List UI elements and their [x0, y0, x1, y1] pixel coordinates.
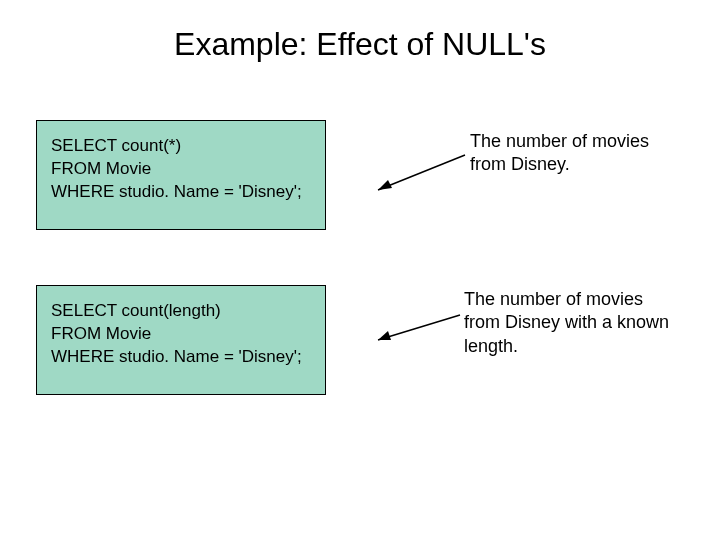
svg-marker-3 — [378, 331, 391, 340]
sql-box-count-length: SELECT count(length) FROM Movie WHERE st… — [36, 285, 326, 395]
code-line: WHERE studio. Name = 'Disney'; — [51, 181, 311, 204]
arrow-icon — [370, 150, 470, 200]
code-line: FROM Movie — [51, 158, 311, 181]
sql-box-count-star: SELECT count(*) FROM Movie WHERE studio.… — [36, 120, 326, 230]
code-line: SELECT count(*) — [51, 135, 311, 158]
svg-line-0 — [378, 155, 465, 190]
code-line: FROM Movie — [51, 323, 311, 346]
code-line: SELECT count(length) — [51, 300, 311, 323]
slide: Example: Effect of NULL's SELECT count(*… — [0, 0, 720, 540]
code-line: WHERE studio. Name = 'Disney'; — [51, 346, 311, 369]
slide-title: Example: Effect of NULL's — [0, 26, 720, 63]
arrow-icon — [370, 310, 470, 350]
svg-marker-1 — [378, 180, 392, 190]
caption-count-length: The number of movies from Disney with a … — [464, 288, 684, 358]
svg-line-2 — [378, 315, 460, 340]
caption-count-star: The number of movies from Disney. — [470, 130, 680, 177]
